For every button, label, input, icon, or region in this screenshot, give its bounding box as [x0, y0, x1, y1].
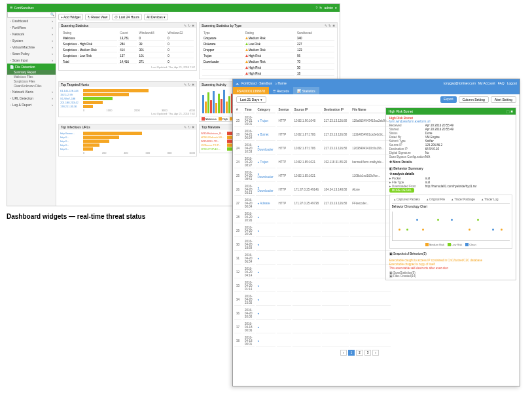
- brand: FortiCloud · Sandbox: [241, 81, 272, 85]
- more-details-section[interactable]: ✚ More Details: [389, 159, 512, 165]
- table-row[interactable]: 342016-04-20 23:35●: [234, 293, 391, 306]
- page-3[interactable]: 3: [364, 350, 372, 356]
- table-row[interactable]: 282016-04-20 20:36●: [234, 211, 391, 223]
- snapshot-title: Snapshot of Behaviors(5): [393, 252, 427, 255]
- sidebar-subitem[interactable]: Malicious Files: [7, 75, 56, 79]
- sidebar-item[interactable]: ◦ Scan Input ›: [7, 57, 56, 64]
- table-row[interactable]: 252016-04-20 08:53● DownloaderHTTP10.82.…: [234, 170, 391, 182]
- sidebar-item[interactable]: ◦ Log & Report ›: [7, 102, 56, 108]
- home-link[interactable]: ⌂ Home: [275, 81, 287, 85]
- export-button[interactable]: Export: [440, 96, 456, 103]
- chart-tab[interactable]: ▴ Original File: [425, 197, 447, 202]
- detail-title: High Risk Botnet: [389, 109, 413, 113]
- table-row[interactable]: 312016-04-20 06:54●: [234, 252, 391, 265]
- sidebar-item[interactable]: ◦ Dashboard ›: [7, 18, 56, 24]
- sidebar-item[interactable]: ◦ Scan Policy ›: [7, 50, 56, 57]
- table-row[interactable]: 332016-04-20 01:14●: [234, 280, 391, 292]
- pagination: ‹ 1 2 3 ›: [233, 348, 382, 357]
- scanning-by-type-widget: Scanning Statistics by Type✎↻✖ TypeRatin…: [199, 22, 338, 79]
- faq-link[interactable]: FAQ: [498, 81, 505, 85]
- edit-icon[interactable]: ✎: [184, 24, 186, 28]
- refresh-icon[interactable]: ↻: [188, 24, 190, 28]
- table-row[interactable]: 272016-04-20 00:04● AdwareHTTP171.37.0.2…: [234, 197, 391, 210]
- page-2[interactable]: 2: [356, 350, 363, 356]
- chevron-down-icon[interactable]: ▾: [335, 6, 337, 10]
- widget-title: Scanning Activity: [202, 83, 226, 86]
- devices-button[interactable]: All Devices ▾: [144, 14, 168, 20]
- refresh-icon[interactable]: ↻: [328, 24, 331, 28]
- my-account-link[interactable]: My Account: [478, 81, 495, 85]
- time-filter[interactable]: Last 21 Days ▾: [236, 96, 266, 103]
- user-label[interactable]: admin: [324, 6, 333, 10]
- chart-tab[interactable]: ▴ Captured Packets: [392, 197, 422, 202]
- sidebar-subitem[interactable]: Suspicious Files: [7, 79, 56, 84]
- table-row[interactable]: 242016-04-20 10:53● DownloaderHTTP10.82.…: [234, 142, 391, 155]
- close-icon[interactable]: ✖: [510, 109, 513, 113]
- sidebar-item[interactable]: ◦ System ›: [7, 37, 56, 44]
- sidebar-item[interactable]: ◦ URL Detection ›: [7, 95, 56, 102]
- edit-icon[interactable]: ✎: [184, 83, 186, 86]
- sidebar-item[interactable]: ◦ Virtual Machine ›: [7, 44, 56, 50]
- page-1[interactable]: 1: [348, 350, 355, 356]
- widget-title: Top Targeted Hosts: [61, 83, 89, 86]
- files-created-link[interactable]: ▣ Files Created(14): [389, 274, 416, 278]
- logout-link[interactable]: Logout: [507, 81, 517, 85]
- user-email: tonygao@fortinet.com: [444, 81, 476, 85]
- close-icon[interactable]: ✖: [192, 125, 194, 129]
- widget-title: Scanning Statistics: [61, 24, 88, 28]
- chronology-scatter: [392, 212, 510, 241]
- snapshot-icon: ▣: [389, 252, 393, 255]
- window-titlebar: ☰ FortiSandbox ? ↻ admin ▾: [7, 4, 340, 12]
- edit-icon[interactable]: ✎: [325, 24, 327, 28]
- refresh-icon[interactable]: ↻: [319, 6, 322, 10]
- widget-title: Scanning Statistics by Type: [202, 24, 241, 28]
- page-next[interactable]: ›: [372, 350, 379, 356]
- alert-setting-button[interactable]: Alert Setting: [491, 96, 516, 103]
- table-row[interactable]: 372016-04-18 00:06●: [234, 321, 391, 333]
- cloud-icon: ☁: [236, 81, 239, 85]
- refresh-icon[interactable]: ↻: [188, 125, 190, 129]
- table-row[interactable]: 262016-04-20 03:13● DownloaderHTTP171.37…: [234, 183, 391, 196]
- tab-device[interactable]: FSA000011388678: [233, 87, 269, 94]
- forticloud-window: ☁ FortiCloud · Sandbox ⌂ Home tonygao@fo…: [232, 79, 520, 386]
- tab-records[interactable]: ☰ Records: [269, 87, 293, 94]
- tab-statistics[interactable]: 📊 Statistics: [293, 87, 319, 94]
- window-titlebar: ☁ FortiCloud · Sandbox ⌂ Home tonygao@fo…: [233, 79, 520, 87]
- more-detail-button[interactable]: MORE DETAIL: [389, 188, 414, 193]
- sidebar-item[interactable]: ◦ Network Alerts ›: [7, 88, 56, 95]
- edit-icon[interactable]: ✎: [184, 125, 186, 129]
- table-row[interactable]: 302016-04-20 18:59●: [234, 238, 391, 251]
- table-row[interactable]: 362016-04-20 20:00●: [234, 307, 391, 320]
- behavior-summary-section[interactable]: ◧ Behavior Summary: [389, 165, 512, 172]
- close-icon[interactable]: ✖: [192, 83, 194, 86]
- sidebar-item-file-detection[interactable]: 📄 File Detection: [7, 64, 56, 70]
- table-row[interactable]: 232016-04-21 00:54● BotnetHTTP10.82.1.87…: [234, 128, 391, 141]
- close-icon[interactable]: ✖: [332, 24, 335, 28]
- table-row[interactable]: 232016-04-21 03:01● TrojanHTTP10.82.1.90…: [234, 115, 391, 127]
- add-widget-button[interactable]: + Add Widget: [58, 14, 83, 20]
- top-urls-widget: Top Infectious URLs✎↻✖ http://www...http…: [58, 124, 197, 157]
- chart-tab[interactable]: ▴ Tracer Log: [480, 197, 501, 202]
- expand-icon[interactable]: ⬚: [506, 109, 510, 113]
- refresh-icon[interactable]: ↻: [188, 83, 190, 86]
- table-row[interactable]: 382016-04-18 00:01●: [234, 335, 391, 347]
- close-icon[interactable]: ✖: [192, 24, 194, 28]
- reset-view-button[interactable]: ↻ Reset View: [85, 14, 111, 20]
- column-setting-button[interactable]: Column Setting: [459, 96, 489, 103]
- top-hosts-widget: Top Targeted Hosts✎↻✖ 61.145.228.244192.…: [58, 81, 197, 117]
- widget-title: Top Malware: [202, 125, 220, 129]
- menu-icon[interactable]: ☰: [10, 6, 12, 10]
- sidebar-item[interactable]: ◦ Network ›: [7, 31, 56, 37]
- sidebar-item[interactable]: ◦ FortiView ›: [7, 24, 56, 31]
- sidebar-subitem[interactable]: Clean/Unknown Files: [7, 84, 56, 88]
- table-row[interactable]: 322016-04-20 04:14●: [234, 266, 391, 278]
- page-prev[interactable]: ‹: [340, 350, 347, 356]
- search-icon[interactable]: 🔍: [50, 12, 54, 16]
- table-row[interactable]: 292016-04-20 20:36●: [234, 225, 391, 237]
- help-icon[interactable]: ?: [316, 6, 318, 10]
- chart-tab[interactable]: ▴ Tracer Package: [450, 197, 477, 202]
- search-input[interactable]: [7, 12, 56, 18]
- sidebar-subitem[interactable]: Summary Report: [7, 70, 56, 75]
- table-row[interactable]: 242016-04-20 08:37● TrojanHTTP10.82.1.85…: [234, 156, 391, 168]
- time-range-button[interactable]: ⏱ Last 24 Hours: [112, 14, 142, 20]
